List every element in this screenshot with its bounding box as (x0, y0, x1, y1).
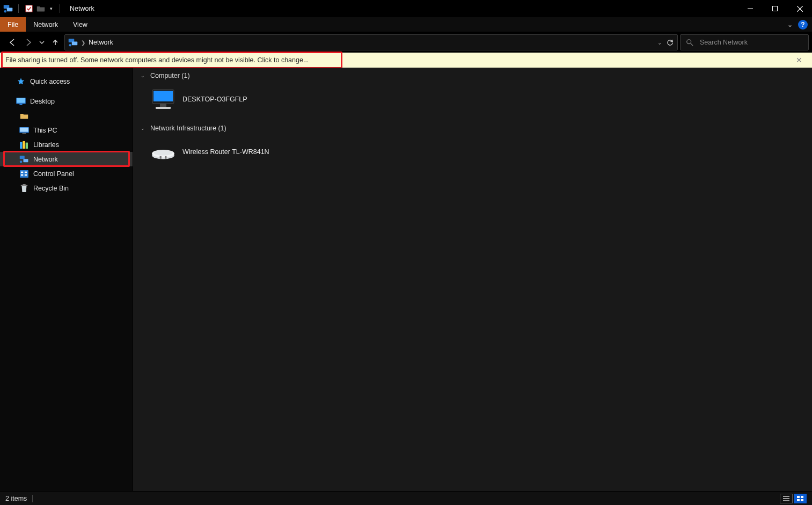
item-label: Wireless Router TL-WR841N (182, 148, 269, 156)
address-bar[interactable]: ❯ Network ⌄ (64, 34, 678, 50)
view-details-button[interactable] (780, 494, 793, 503)
svg-rect-3 (26, 5, 32, 12)
svg-rect-16 (23, 141, 25, 149)
minimize-button[interactable] (738, 0, 763, 17)
svg-rect-37 (797, 496, 800, 498)
breadcrumb-network[interactable]: Network (89, 39, 113, 46)
group-title: Computer (1) (150, 72, 190, 79)
svg-point-8 (687, 40, 691, 44)
ribbon-expand-icon[interactable]: ⌄ (787, 21, 793, 28)
window-title: Network (70, 5, 94, 12)
svg-rect-40 (801, 499, 803, 501)
help-icon[interactable]: ? (798, 20, 808, 30)
sidebar-item-label: Control Panel (33, 170, 74, 178)
svg-point-20 (20, 160, 23, 163)
this-pc-icon (19, 126, 29, 135)
navigation-bar: ❯ Network ⌄ (0, 32, 812, 53)
sidebar-item-network[interactable]: Network (0, 152, 133, 166)
address-history-dropdown-icon[interactable]: ⌄ (657, 40, 662, 46)
sidebar-item-this-pc[interactable]: This PC (0, 123, 133, 137)
router-icon (150, 139, 176, 165)
svg-rect-38 (801, 496, 803, 498)
status-bar: 2 items (0, 491, 812, 505)
svg-rect-22 (21, 171, 23, 173)
separator (60, 4, 60, 13)
tab-view[interactable]: View (65, 17, 95, 32)
qat-properties-icon[interactable] (24, 4, 34, 13)
info-bar-text: File sharing is turned off. Some network… (5, 56, 309, 64)
search-icon (686, 39, 693, 46)
info-bar[interactable]: File sharing is turned off. Some network… (0, 53, 812, 68)
forward-button[interactable] (21, 35, 35, 50)
svg-rect-23 (21, 174, 23, 175)
search-box[interactable] (680, 34, 809, 50)
navigation-pane: Quick access Desktop This PC Librari (0, 68, 133, 491)
sidebar-item-label: This PC (33, 127, 57, 134)
qat-newfolder-icon[interactable] (36, 4, 46, 13)
window-controls (738, 0, 812, 17)
sidebar-item-desktop[interactable]: Desktop (0, 94, 133, 108)
svg-rect-27 (23, 184, 25, 185)
svg-rect-30 (160, 104, 166, 107)
chevron-down-icon[interactable]: ⌄ (141, 73, 146, 78)
svg-rect-36 (165, 156, 166, 159)
view-large-icons-button[interactable] (794, 494, 807, 503)
app-icon (3, 4, 13, 13)
svg-point-7 (69, 44, 72, 47)
svg-rect-6 (72, 42, 78, 46)
qat-customize-dropdown-icon[interactable]: ▾ (48, 4, 54, 13)
svg-rect-29 (153, 91, 173, 101)
svg-rect-35 (160, 156, 162, 159)
svg-point-34 (153, 150, 172, 155)
sidebar-item-label: Recycle Bin (33, 185, 69, 192)
svg-rect-13 (20, 127, 28, 131)
svg-rect-26 (21, 185, 27, 186)
star-icon (16, 77, 26, 86)
refresh-button[interactable] (666, 39, 674, 47)
chevron-right-icon[interactable]: ❯ (81, 40, 85, 46)
tab-file[interactable]: File (0, 17, 26, 32)
sidebar-item-label: Libraries (33, 141, 59, 149)
svg-rect-1 (7, 8, 13, 12)
group-header-computer[interactable]: ⌄ Computer (1) (133, 68, 812, 83)
svg-rect-31 (156, 107, 171, 109)
svg-rect-15 (20, 142, 22, 148)
list-item-router[interactable]: Wireless Router TL-WR841N (147, 137, 308, 166)
sidebar-item-label: Network (33, 156, 58, 163)
desktop-icon (16, 97, 26, 106)
group-header-network-infrastructure[interactable]: ⌄ Network Infrastructure (1) (133, 120, 812, 135)
svg-rect-11 (19, 104, 22, 105)
sidebar-item-label: Desktop (30, 98, 55, 105)
content-pane[interactable]: ⌄ Computer (1) DESKTOP-O3FGFLP ⌄ Network… (133, 68, 812, 491)
maximize-button[interactable] (763, 0, 787, 17)
up-button[interactable] (48, 35, 62, 50)
svg-rect-39 (797, 499, 800, 501)
item-label: DESKTOP-O3FGFLP (182, 96, 247, 103)
libraries-icon (19, 141, 29, 149)
back-button[interactable] (5, 35, 19, 50)
svg-rect-14 (23, 133, 26, 134)
svg-rect-25 (25, 174, 27, 175)
sidebar-item-libraries[interactable]: Libraries (0, 137, 133, 152)
svg-rect-17 (26, 142, 28, 148)
svg-rect-21 (20, 170, 28, 178)
sidebar-item-quick-access[interactable]: Quick access (0, 74, 133, 89)
sidebar-item-control-panel[interactable]: Control Panel (0, 166, 133, 181)
control-panel-icon (19, 170, 29, 178)
computer-icon (150, 86, 176, 112)
group-title: Network Infrastructure (1) (150, 125, 226, 132)
close-button[interactable] (787, 0, 812, 17)
sidebar-item-recycle-bin[interactable]: Recycle Bin (0, 181, 133, 195)
chevron-down-icon[interactable]: ⌄ (141, 126, 146, 131)
separator (32, 495, 33, 502)
info-bar-close-icon[interactable]: ✕ (792, 56, 807, 64)
list-item-computer[interactable]: DESKTOP-O3FGFLP (147, 85, 308, 114)
network-icon (19, 155, 29, 164)
sidebar-item-user[interactable] (0, 108, 133, 123)
tab-network[interactable]: Network (26, 17, 65, 32)
status-item-count: 2 items (5, 495, 27, 502)
user-folder-icon (19, 112, 29, 120)
search-input[interactable] (699, 38, 803, 47)
recent-locations-dropdown[interactable] (38, 35, 46, 50)
sidebar-item-label: Quick access (30, 78, 70, 85)
